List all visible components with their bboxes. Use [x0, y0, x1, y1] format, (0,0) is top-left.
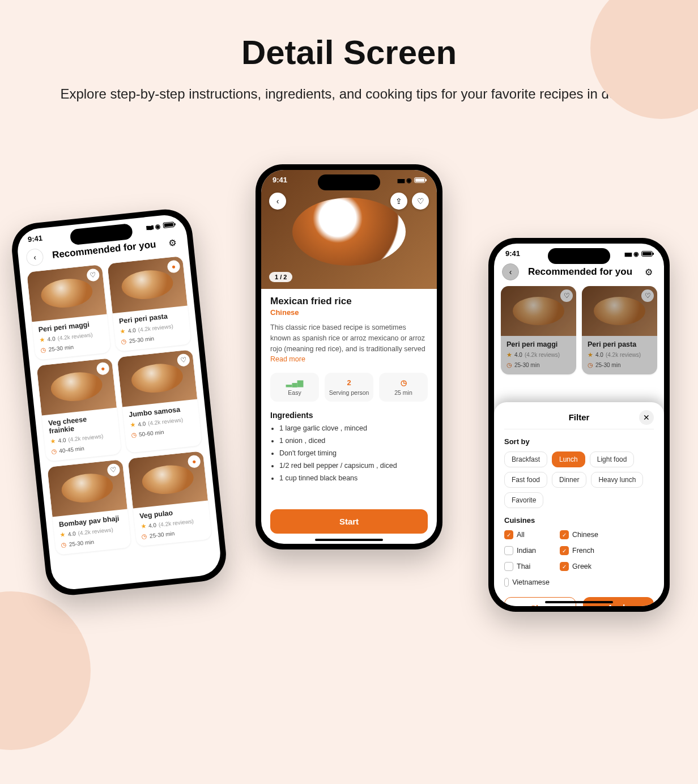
- recipe-description-text: This classic rice based recipe is someti…: [270, 323, 425, 353]
- reviews-count: (4.2k reviews): [158, 518, 194, 527]
- recipe-card[interactable]: ● Peri peri pasta ★ 4.0 (4.2k reviews) ◷…: [107, 256, 191, 352]
- cook-time: 50-60 min: [139, 429, 164, 438]
- recipe-card[interactable]: ♡ Bombay pav bhaji ★ 4.0 (4.2k reviews) …: [47, 459, 131, 555]
- ingredient-item: Don't forget timing: [279, 449, 428, 457]
- ingredient-item: 1 onion , diced: [279, 437, 428, 445]
- recipe-card[interactable]: ● Veg pulao ★ 4.0 (4.2k reviews) ◷ 25-30…: [128, 451, 212, 547]
- recipe-card[interactable]: ♡ Jumbo samosa ★ 4.0 (4.2k reviews) ◷ 50…: [117, 350, 202, 453]
- favorite-button[interactable]: ♡: [412, 193, 429, 210]
- rating-value: 4.0: [148, 522, 157, 529]
- status-time: 9:41: [27, 234, 42, 244]
- sort-chip[interactable]: Heavy lunch: [591, 472, 643, 488]
- reviews-count: (4.2k reviews): [138, 323, 173, 333]
- clock-icon: ◷: [507, 361, 512, 369]
- battery-icon: [414, 177, 425, 183]
- recipe-description: This classic rice based recipe is someti…: [270, 322, 428, 365]
- star-icon: ★: [120, 327, 126, 335]
- notch: [318, 174, 380, 190]
- cuisine-label: Chinese: [572, 531, 598, 539]
- cook-time: 25-30 min: [514, 362, 539, 368]
- status-time: 9:41: [505, 249, 520, 258]
- filter-icon[interactable]: ⚙: [641, 265, 656, 279]
- read-more-link[interactable]: Read more: [270, 355, 305, 363]
- back-button[interactable]: ‹: [269, 193, 286, 210]
- checkbox-icon: ✓: [560, 546, 569, 555]
- reviews-count: (4.2k reviews): [525, 352, 560, 358]
- recipe-image: ●: [107, 256, 187, 313]
- back-button[interactable]: ‹: [502, 263, 519, 280]
- rating-value: 4.0: [138, 420, 146, 427]
- cook-time: 40-45 min: [59, 445, 84, 454]
- reviews-count: (4.2k reviews): [78, 526, 113, 536]
- cuisine-option[interactable]: Indian: [504, 546, 550, 555]
- notch: [548, 248, 610, 264]
- cuisine-option[interactable]: Thai: [504, 562, 550, 571]
- cook-time: 25-30 min: [69, 539, 94, 548]
- favorite-icon[interactable]: ♡: [560, 289, 573, 302]
- cuisines-label: Cuisines: [504, 516, 654, 525]
- sort-chip[interactable]: Fast food: [504, 472, 547, 488]
- back-button[interactable]: ‹: [25, 248, 44, 267]
- sort-chip[interactable]: Favorite: [504, 492, 543, 508]
- favorite-icon[interactable]: ♡: [641, 289, 654, 302]
- favorite-icon[interactable]: ♡: [107, 463, 120, 477]
- rating-value: 4.0: [595, 352, 603, 358]
- cook-time: 25-30 min: [129, 335, 154, 344]
- cuisine-option[interactable]: ✓ All: [504, 530, 550, 539]
- status-time: 9:41: [273, 176, 287, 184]
- cuisine-option[interactable]: Vietnamese: [504, 578, 550, 587]
- cuisine-label: French: [572, 547, 594, 555]
- reviews-count: (4.2k reviews): [606, 352, 641, 358]
- checkbox-icon: ✓: [560, 530, 569, 539]
- star-icon: ★: [39, 336, 45, 344]
- cuisine-label: Indian: [517, 547, 536, 555]
- sort-chip[interactable]: Dinner: [552, 472, 586, 488]
- cuisine-option[interactable]: ✓ Greek: [560, 562, 605, 571]
- recipe-card[interactable]: ♡ Peri peri pasta ★ 4.0 (4.2k reviews) ◷…: [582, 286, 657, 374]
- clock-icon: ◷: [131, 431, 137, 439]
- wifi-icon: [155, 221, 161, 231]
- favorite-icon[interactable]: ●: [188, 455, 201, 468]
- clock-icon: ◷: [588, 361, 593, 369]
- start-button[interactable]: Start: [270, 509, 428, 534]
- cuisine-label: All: [517, 531, 525, 539]
- phone-frame-detail: 9:41 ‹ ⇪ ♡ 1 / 2 Mexican fried rice Chin…: [256, 164, 442, 549]
- recipe-card[interactable]: ♡ Peri peri maggi ★ 4.0 (4.2k reviews) ◷…: [27, 265, 111, 360]
- difficulty-tile: ▂▄▆ Easy: [270, 373, 319, 402]
- cuisine-option[interactable]: ✓ Chinese: [560, 530, 605, 539]
- share-button[interactable]: ⇪: [390, 193, 407, 210]
- cuisine-label: Vietnamese: [512, 578, 550, 586]
- difficulty-icon: ▂▄▆: [273, 378, 317, 387]
- sort-chip[interactable]: Light food: [590, 451, 635, 467]
- ingredient-item: 1 large garlic clove , minced: [279, 424, 428, 432]
- recipe-image: ♡: [582, 286, 657, 336]
- recipe-title: Peri peri maggi: [507, 340, 571, 348]
- sort-chip[interactable]: Lunch: [552, 451, 585, 467]
- star-icon: ★: [130, 421, 136, 429]
- recipe-card[interactable]: ● Veg cheese frainkie ★ 4.0 (4.2k review…: [36, 358, 121, 462]
- recipe-image: ♡: [117, 350, 197, 407]
- ingredient-item: 1/2 red bell pepper / capsicum , diced: [279, 462, 428, 470]
- checkbox-icon: [504, 562, 513, 571]
- recipe-card[interactable]: ♡ Peri peri maggi ★ 4.0 (4.2k reviews) ◷…: [501, 286, 576, 374]
- rating-value: 4.0: [514, 352, 522, 358]
- sort-chip[interactable]: Brackfast: [504, 451, 547, 467]
- close-button[interactable]: ✕: [639, 410, 654, 425]
- filter-icon[interactable]: ⚙: [164, 235, 181, 251]
- favorite-icon[interactable]: ●: [96, 362, 110, 376]
- filter-title: Filter: [569, 412, 590, 422]
- clock-icon: ◷: [51, 448, 57, 455]
- recipe-image: ●: [36, 358, 116, 415]
- star-icon: ★: [50, 437, 56, 445]
- favorite-icon[interactable]: ♡: [86, 268, 100, 282]
- phone-frame-filter: 9:41 ‹ Recommended for you ⚙ ♡ Peri peri…: [488, 238, 670, 612]
- serving-tile: 2 Serving person: [325, 373, 373, 402]
- rating-value: 4.0: [67, 530, 76, 537]
- favorite-icon[interactable]: ●: [167, 260, 180, 274]
- cuisine-label: Thai: [517, 563, 530, 570]
- favorite-icon[interactable]: ♡: [177, 353, 190, 367]
- cuisine-option[interactable]: ✓ French: [560, 546, 605, 555]
- cook-time: 25-30 min: [149, 530, 174, 539]
- ingredient-item: 1 cup tinned black beans: [279, 474, 428, 482]
- filter-sheet: Filter ✕ Sort by BrackfastLunchLight foo…: [494, 402, 664, 606]
